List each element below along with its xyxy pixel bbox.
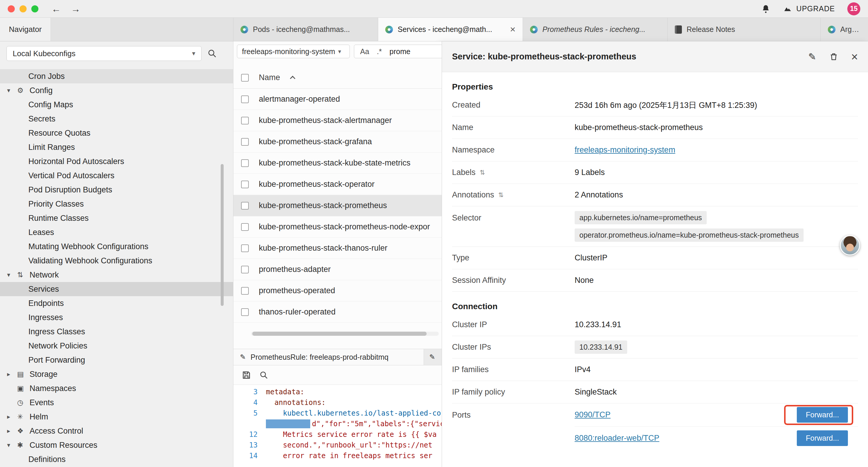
sidebar-item[interactable]: ◷ Events <box>0 396 233 410</box>
editor-tab-next[interactable]: ✎ <box>424 349 442 365</box>
sidebar-item[interactable]: Runtime Classes <box>0 211 233 225</box>
delete-service-icon[interactable] <box>829 52 838 61</box>
tree-chevron-icon[interactable]: ▸ <box>7 413 17 420</box>
sidebar-item[interactable]: ▸ ❖ Access Control <box>0 424 233 438</box>
sidebar-item[interactable]: Network Policies <box>0 339 233 353</box>
sidebar-search-icon[interactable] <box>208 49 217 58</box>
sidebar-item[interactable]: Secrets <box>0 112 233 126</box>
row-checkbox[interactable] <box>241 308 249 316</box>
table-row[interactable]: kube-prometheus-stack-operator <box>234 174 442 195</box>
sidebar-item[interactable]: ▸ ▤ Storage <box>0 367 233 381</box>
table-row[interactable]: thanos-ruler-operated <box>234 301 442 323</box>
port-link[interactable]: 8080:reloader-web/TCP <box>575 434 659 443</box>
forward-port-button[interactable]: Forward... <box>797 430 848 446</box>
row-checkbox[interactable] <box>241 95 249 103</box>
line-number <box>234 418 266 429</box>
tree-chevron-icon[interactable]: ▸ <box>7 428 17 435</box>
sidebar-item[interactable]: Vertical Pod Autoscalers <box>0 169 233 183</box>
row-checkbox[interactable] <box>241 181 249 188</box>
expand-toggle-icon[interactable]: ⇅ <box>480 169 485 176</box>
sidebar-item[interactable]: Leases <box>0 225 233 239</box>
upgrade-button[interactable]: UPGRADE <box>783 4 835 13</box>
sidebar-item[interactable]: ▾ ✱ Custom Resources <box>0 438 233 452</box>
list-search-input[interactable]: Aa .* prome <box>354 45 442 58</box>
table-row[interactable]: prometheus-adapter <box>234 259 442 280</box>
row-checkbox[interactable] <box>241 138 249 146</box>
kubeconfig-select[interactable]: Local Kubeconfigs ▾ <box>6 46 202 61</box>
back-button[interactable]: ← <box>52 4 61 13</box>
regex-toggle[interactable]: .* <box>377 47 382 56</box>
sidebar-item[interactable]: Ingresses <box>0 310 233 324</box>
table-row[interactable]: kube-prometheus-stack-grafana <box>234 131 442 152</box>
sidebar-item[interactable]: ▾ ⚙ Config <box>0 83 233 97</box>
forward-port-button[interactable]: Forward... <box>797 407 848 423</box>
sidebar-item[interactable]: Validating Webhook Configurations <box>0 254 233 268</box>
table-row[interactable]: prometheus-operated <box>234 280 442 301</box>
tab[interactable]: Prometheus Rules - icecheng... × <box>523 18 668 41</box>
editor-search-icon[interactable] <box>259 371 268 380</box>
close-window-button[interactable] <box>8 5 15 12</box>
sidebar-item[interactable]: Horizontal Pod Autoscalers <box>0 154 233 169</box>
namespace-filter-select[interactable]: freeleaps-monitoring-system ▾ <box>237 45 350 58</box>
sidebar-item-label: Ingress Classes <box>28 327 85 337</box>
sidebar-item[interactable]: Services <box>0 282 233 296</box>
sidebar-item[interactable]: ▾ ⇅ Network <box>0 268 233 282</box>
row-checkbox[interactable] <box>241 159 249 167</box>
match-case-toggle[interactable]: Aa <box>360 47 369 56</box>
zoom-window-button[interactable] <box>31 5 38 12</box>
select-all-checkbox[interactable] <box>241 74 249 82</box>
assistant-avatar[interactable] <box>840 235 860 255</box>
horizontal-scrollbar[interactable] <box>251 332 439 336</box>
notifications-bell-icon[interactable] <box>761 4 770 13</box>
save-icon[interactable] <box>242 370 251 380</box>
sidebar-item[interactable]: Pod Disruption Budgets <box>0 183 233 197</box>
sidebar-item[interactable]: Definitions <box>0 452 233 466</box>
table-row[interactable]: kube-prometheus-stack-prometheus <box>234 195 442 216</box>
tree-chevron-icon[interactable]: ▸ <box>7 371 17 378</box>
forward-button[interactable]: → <box>71 4 80 13</box>
namespace-link[interactable]: freeleaps-monitoring-system <box>575 145 675 154</box>
name-column-header[interactable]: Name <box>259 73 280 82</box>
minimize-window-button[interactable] <box>20 5 27 12</box>
tree-chevron-icon[interactable]: ▾ <box>7 271 17 279</box>
port-link[interactable]: 9090/TCP <box>575 410 611 419</box>
sort-asc-icon[interactable] <box>290 76 295 81</box>
tab[interactable]: Argo S × <box>821 18 868 41</box>
sidebar-item[interactable]: Cron Jobs <box>0 69 233 83</box>
tab[interactable]: Release Notes × <box>668 18 821 41</box>
row-checkbox[interactable] <box>241 266 249 273</box>
notification-count-badge[interactable]: 15 <box>847 2 860 16</box>
editor-tab[interactable]: ✎ PrometheusRule: freeleaps-prod-rabbitm… <box>234 349 424 365</box>
sidebar-item[interactable]: Mutating Webhook Configurations <box>0 239 233 254</box>
expand-toggle-icon[interactable]: ⇅ <box>498 191 504 199</box>
sidebar-item[interactable]: ▸ ✳ Helm <box>0 410 233 424</box>
table-row[interactable]: alertmanager-operated <box>234 89 442 110</box>
table-row[interactable]: kube-prometheus-stack-prometheus-node-ex… <box>234 216 442 238</box>
edit-service-icon[interactable]: ✎ <box>808 51 816 62</box>
table-row[interactable]: kube-prometheus-stack-thanos-ruler <box>234 238 442 259</box>
sidebar-item[interactable]: Limit Ranges <box>0 140 233 154</box>
table-row[interactable]: kube-prometheus-stack-alertmanager <box>234 110 442 131</box>
row-checkbox[interactable] <box>241 287 249 295</box>
tree-chevron-icon[interactable]: ▾ <box>7 87 17 94</box>
tab-close-icon[interactable]: × <box>510 24 516 35</box>
code-text: metadata: <box>266 387 304 397</box>
sidebar-item[interactable]: ▣ Namespaces <box>0 381 233 396</box>
sidebar-item[interactable]: Priority Classes <box>0 197 233 211</box>
sidebar-item[interactable]: Ingress Classes <box>0 324 233 339</box>
close-panel-icon[interactable]: × <box>851 51 858 63</box>
row-checkbox[interactable] <box>241 223 249 231</box>
sidebar-item[interactable]: Resource Quotas <box>0 126 233 140</box>
tab[interactable]: Services - icecheng@math... × <box>378 18 523 41</box>
row-checkbox[interactable] <box>241 117 249 124</box>
tab[interactable]: Pods - icecheng@mathmas... × <box>234 18 378 41</box>
tree-chevron-icon[interactable]: ▾ <box>7 442 17 449</box>
row-checkbox[interactable] <box>241 202 249 209</box>
sidebar-item[interactable]: Endpoints <box>0 296 233 310</box>
sidebar-scrollbar[interactable] <box>221 164 224 306</box>
sidebar-item[interactable]: Port Forwarding <box>0 353 233 367</box>
table-row[interactable]: kube-prometheus-stack-kube-state-metrics <box>234 152 442 174</box>
sidebar-item[interactable]: Config Maps <box>0 97 233 112</box>
yaml-editor[interactable]: 3 metadata: 4 annotations: 5 <box>234 385 442 467</box>
row-checkbox[interactable] <box>241 244 249 252</box>
